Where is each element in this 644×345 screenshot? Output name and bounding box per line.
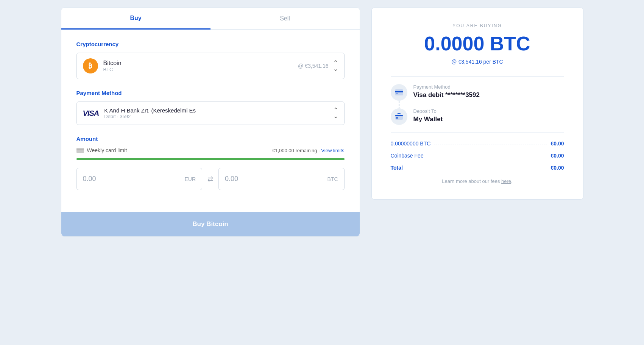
eur-value: 0.00 [83,175,96,183]
svg-rect-3 [395,91,403,92]
cryptocurrency-label: Cryptocurrency [76,41,345,47]
crypto-price-section: @ €3,541.16 ⌃ ⌄ [298,60,338,72]
btc-value: 0.00 [225,175,238,183]
btc-amount-display: 0.0000 BTC [391,32,564,55]
fee-dots-2 [427,157,547,157]
fee-coinbase-label: Coinbase Fee [391,153,424,159]
crypto-price: @ €3,541.16 [298,63,328,69]
fee-total-value: €0.00 [550,165,564,171]
buy-button[interactable]: Buy Bitcoin [61,212,360,236]
svg-rect-1 [76,149,84,150]
fee-row-coinbase: Coinbase Fee €0.00 [391,153,564,159]
fee-row-total: Total €0.00 [391,165,564,171]
progress-bar-fill [76,158,345,160]
payment-method-row: Payment Method Visa debit ********3592 [391,84,564,101]
btc-input-box[interactable]: 0.00 BTC [218,168,345,190]
view-limits-link[interactable]: View limits [321,148,344,153]
learn-more: Learn more about our fees here. [391,178,564,184]
payment-details: K And H Bank Zrt. (Kereskedelmi Es Debit… [104,107,196,119]
eur-currency: EUR [184,176,196,182]
btc-currency: BTC [327,176,338,182]
payment-method-summary-value: Visa debit ********3592 [413,91,564,99]
eur-input-box[interactable]: 0.00 EUR [76,168,203,190]
remaining-amount: €1,000.00 remaining [272,148,317,153]
svg-rect-4 [396,94,398,94]
payment-text-block: Payment Method Visa debit ********3592 [413,84,564,99]
crypto-info: ₿ Bitcoin BTC [83,58,122,73]
payment-method-selector[interactable]: VISA K And H Bank Zrt. (Kereskedelmi Es … [76,101,345,125]
btc-price-per: @ €3,541.16 per BTC [391,59,564,65]
deposit-to-value: My Wallet [413,116,564,123]
payment-chevron-icon: ⌃ ⌄ [333,107,338,119]
crypto-details: Bitcoin BTC [103,60,122,72]
chevron-icon: ⌃ ⌄ [333,60,338,72]
weekly-limit-right: €1,000.00 remaining · View limits [272,148,345,153]
amount-input-row: 0.00 EUR ⇄ 0.00 BTC [76,168,345,190]
learn-more-text: Learn more about our fees [442,178,501,184]
fee-row-btc: 0.00000000 BTC €0.00 [391,140,564,147]
swap-icon: ⇄ [207,175,213,183]
fee-dots-3 [407,169,547,169]
fee-rows: 0.00000000 BTC €0.00 Coinbase Fee €0.00 … [391,140,564,171]
weekly-limit-row: Weekly card limit €1,000.00 remaining · … [76,147,345,153]
amount-section: Weekly card limit €1,000.00 remaining · … [76,147,345,190]
card-type: Debit · 3592 [104,114,196,119]
amount-label: Amount [76,136,345,142]
payment-method-label: Payment Method [76,90,345,96]
fee-coinbase-value: €0.00 [550,153,564,159]
fee-dots-1 [434,145,547,145]
deposit-to-row: Deposit To My Wallet [391,108,564,125]
fee-btc-label: 0.00000000 BTC [391,140,431,147]
crypto-symbol: BTC [103,67,122,72]
tabs-container: Buy Sell [61,8,360,30]
progress-bar [76,158,345,160]
cryptocurrency-selector[interactable]: ₿ Bitcoin BTC @ €3,541.16 ⌃ ⌄ [76,53,345,79]
svg-rect-6 [395,115,403,116]
deposit-icon-circle [391,108,407,125]
right-panel: YOU ARE BUYING 0.0000 BTC @ €3,541.16 pe… [371,8,583,200]
weekly-limit-left: Weekly card limit [76,147,127,153]
payment-method-summary-label: Payment Method [413,84,564,90]
bank-name: K And H Bank Zrt. (Kereskedelmi Es [104,107,196,114]
deposit-to-label: Deposit To [413,108,564,114]
left-panel: Buy Sell Cryptocurrency ₿ Bitcoin BTC @ … [61,8,360,237]
crypto-name: Bitcoin [103,60,122,67]
divider-1 [391,76,564,76]
deposit-text-block: Deposit To My Wallet [413,108,564,123]
tab-sell[interactable]: Sell [211,8,360,29]
fee-btc-value: €0.00 [550,140,564,147]
divider-2 [391,133,564,133]
panel-content: Cryptocurrency ₿ Bitcoin BTC @ €3,541.16… [61,30,360,212]
btc-icon: ₿ [83,58,98,73]
tab-buy[interactable]: Buy [61,8,211,30]
you-are-buying-label: YOU ARE BUYING [391,23,564,28]
svg-rect-7 [396,117,398,119]
payment-icon-circle [391,84,407,101]
weekly-limit-text: Weekly card limit [87,147,127,153]
payment-info: VISA K And H Bank Zrt. (Kereskedelmi Es … [83,107,196,119]
fee-total-label: Total [391,165,403,171]
visa-logo: VISA [83,109,99,118]
here-link[interactable]: here [501,178,511,184]
card-icon [76,148,84,153]
